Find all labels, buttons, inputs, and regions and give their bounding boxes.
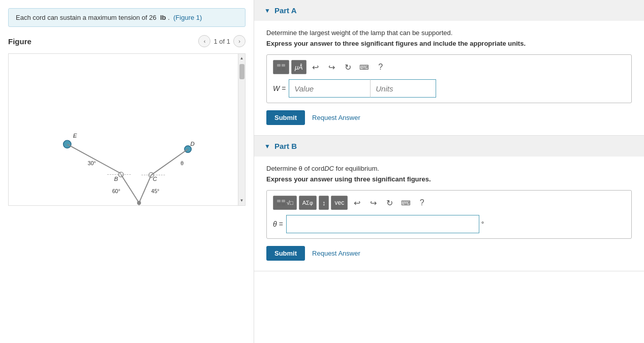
svg-text:30°: 30°	[88, 160, 96, 166]
part-b-submit-button[interactable]: Submit	[266, 246, 305, 261]
part-b-question-text2: for equilibrium.	[334, 165, 379, 172]
units-input[interactable]	[370, 79, 436, 98]
svg-rect-30	[282, 203, 285, 206]
svg-text:B: B	[114, 176, 118, 182]
part-b-question: Determine θ of cordDC for equilibrium.	[266, 165, 632, 172]
figure-nav-text: 1 of 1	[213, 38, 230, 45]
figure-canvas: E D B C A	[8, 53, 246, 206]
svg-text:D: D	[190, 141, 194, 147]
part-a-content: Determine the largest weight of the lamp…	[254, 21, 644, 135]
part-b-title: Part B	[274, 142, 297, 150]
part-b-question-text1: Determine θ of cord	[266, 165, 324, 172]
part-b-header[interactable]: ▼ Part B	[254, 136, 644, 157]
scroll-bar[interactable]: ▲ ▼	[238, 54, 245, 205]
redo-button[interactable]: ↪	[325, 60, 339, 74]
unit-text-button[interactable]: μÅ	[291, 60, 306, 74]
part-b-section: ▼ Part B Determine θ of cordDC for equil…	[254, 136, 644, 271]
svg-text:60°: 60°	[112, 188, 120, 194]
arrows-button[interactable]: ↕	[319, 196, 329, 210]
matrix-button[interactable]	[273, 60, 289, 74]
part-a-input-row: W =	[273, 79, 625, 98]
part-a-answer-box: μÅ ↩ ↪ ↻ ⌨ ? W =	[266, 54, 632, 103]
svg-rect-24	[282, 64, 285, 67]
part-a-collapse-icon: ▼	[264, 7, 270, 14]
figure-link[interactable]: (Figure 1)	[173, 14, 202, 21]
prev-figure-button[interactable]: ‹	[198, 35, 210, 47]
greek-button[interactable]: ΑΣφ	[299, 196, 317, 210]
sqrt-button[interactable]: √□	[273, 196, 297, 210]
svg-text:C: C	[152, 176, 157, 182]
part-b-undo-button[interactable]: ↩	[350, 196, 364, 210]
svg-line-11	[139, 175, 151, 203]
part-b-cord-label: DC	[324, 165, 334, 172]
value-input[interactable]	[289, 79, 370, 98]
part-b-request-link[interactable]: Request Answer	[312, 250, 360, 257]
part-b-content: Determine θ of cordDC for equilibrium. E…	[254, 157, 644, 271]
part-a-header[interactable]: ▼ Part A	[254, 0, 644, 21]
part-b-collapse-icon: ▼	[264, 143, 270, 150]
figure-nav: ‹ 1 of 1 ›	[198, 35, 246, 47]
part-b-redo-button[interactable]: ↪	[366, 196, 380, 210]
part-b-toolbar: √□ ΑΣφ ↕ vec ↩ ↪ ↻ ⌨	[273, 196, 625, 210]
svg-line-4	[67, 144, 121, 174]
part-a-toolbar: μÅ ↩ ↪ ↻ ⌨ ?	[273, 60, 625, 74]
part-b-input-label: θ =	[273, 220, 283, 228]
part-b-help-button[interactable]: ?	[415, 196, 429, 210]
svg-rect-23	[277, 64, 281, 67]
part-a-input-label: W =	[273, 84, 286, 92]
svg-text:45°: 45°	[151, 188, 160, 194]
part-b-input-row: θ = °	[273, 215, 625, 233]
part-a-action-row: Submit Request Answer	[266, 110, 632, 125]
info-unit: lb	[160, 14, 166, 21]
part-b-keyboard-button[interactable]: ⌨	[398, 196, 413, 210]
part-b-action-row: Submit Request Answer	[266, 246, 632, 261]
part-b-instruction: Express your answer using three signific…	[266, 175, 632, 183]
svg-rect-25	[277, 68, 281, 70]
part-a-request-link[interactable]: Request Answer	[312, 114, 360, 121]
svg-rect-29	[277, 203, 281, 206]
svg-line-10	[121, 174, 139, 203]
next-figure-button[interactable]: ›	[233, 35, 246, 47]
scroll-down-arrow[interactable]: ▼	[240, 197, 244, 204]
svg-rect-28	[282, 200, 285, 202]
left-panel: Each cord can sustain a maximum tension …	[0, 0, 254, 343]
help-button[interactable]: ?	[374, 60, 388, 74]
undo-button[interactable]: ↩	[309, 60, 323, 74]
vec-button[interactable]: vec	[331, 196, 348, 210]
figure-title: Figure	[8, 37, 32, 46]
svg-rect-26	[282, 68, 285, 70]
svg-text:θ: θ	[180, 160, 183, 166]
figure-header: Figure ‹ 1 of 1 ›	[8, 35, 246, 47]
right-panel: ▼ Part A Determine the largest weight of…	[254, 0, 644, 343]
part-a-title: Part A	[274, 6, 297, 15]
part-a-question: Determine the largest weight of the lamp…	[266, 29, 632, 37]
refresh-button[interactable]: ↻	[341, 60, 355, 74]
scroll-thumb[interactable]	[239, 64, 244, 79]
figure-diagram: E D B C A	[9, 54, 245, 205]
part-b-answer-box: √□ ΑΣφ ↕ vec ↩ ↪ ↻ ⌨	[266, 190, 632, 239]
scroll-up-arrow[interactable]: ▲	[240, 55, 244, 62]
part-a-instruction: Express your answer to three significant…	[266, 40, 632, 47]
part-a-submit-button[interactable]: Submit	[266, 110, 305, 125]
theta-input[interactable]	[286, 215, 479, 233]
info-text: Each cord can sustain a maximum tension …	[16, 14, 157, 21]
svg-rect-27	[277, 200, 281, 202]
degree-symbol: °	[481, 220, 484, 228]
info-box: Each cord can sustain a maximum tension …	[8, 8, 246, 27]
part-a-section: ▼ Part A Determine the largest weight of…	[254, 0, 644, 136]
part-b-refresh-button[interactable]: ↻	[382, 196, 396, 210]
keyboard-button[interactable]: ⌨	[357, 60, 372, 74]
svg-text:E: E	[73, 133, 77, 139]
